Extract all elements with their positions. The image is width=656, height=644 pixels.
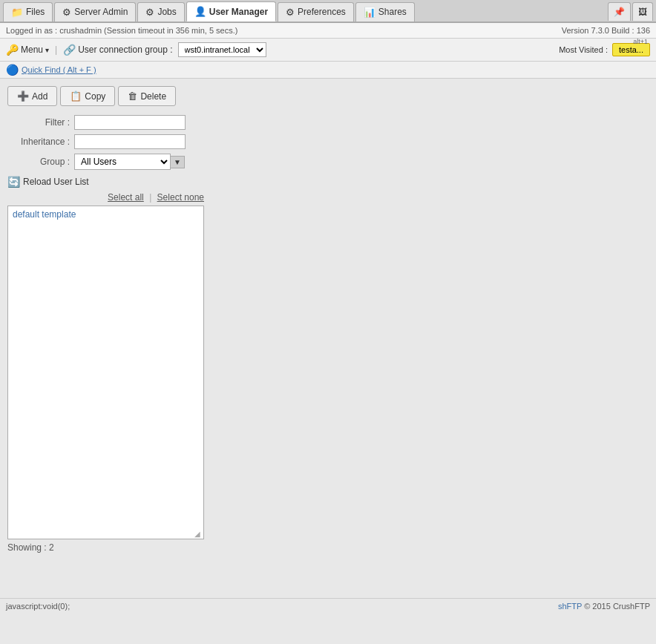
select-links-separator: | — [149, 192, 151, 203]
quick-find-label[interactable]: Quick Find ( Alt + F ) — [22, 65, 96, 74]
tab-image[interactable]: 🖼 — [632, 2, 653, 21]
most-visited-button[interactable]: alt+1 testa... — [612, 43, 650, 56]
quick-find-icon: 🔵 — [6, 64, 19, 76]
footer: javascript:void(0); shFTP © 2015 CrushFT… — [0, 598, 656, 614]
group-select-arrow-icon[interactable]: ▼ — [171, 156, 185, 168]
copy-icon: 📋 — [70, 91, 82, 102]
delete-button[interactable]: 🗑 Delete — [118, 86, 176, 106]
inheritance-label: Inheritance : — [7, 137, 74, 147]
reload-icon: 🔄 — [7, 176, 20, 188]
filter-row: Filter : — [7, 115, 649, 130]
user-list[interactable]: default template ◢ — [7, 206, 204, 539]
tab-preferences[interactable]: ⚙ Preferences — [278, 2, 354, 22]
copy-button[interactable]: 📋 Copy — [60, 86, 115, 106]
inheritance-input[interactable] — [74, 134, 186, 149]
toolbar: ➕ Add 📋 Copy 🗑 Delete — [7, 86, 649, 106]
resize-handle[interactable]: ◢ — [194, 530, 203, 539]
filter-input[interactable] — [74, 115, 186, 130]
link-icon: 🔗 — [63, 44, 76, 56]
tab-pin[interactable]: 📌 — [608, 2, 631, 21]
shftp-link[interactable]: shFTP — [558, 602, 582, 611]
showing-count: Showing : 2 — [7, 542, 649, 553]
shares-icon: 📊 — [364, 7, 375, 18]
filter-label: Filter : — [7, 117, 74, 128]
tab-files[interactable]: 📁 Files — [3, 2, 53, 22]
list-item[interactable]: default template — [8, 206, 203, 223]
connection-group-item: 🔗 User connection group : wst0.intranet.… — [63, 42, 266, 57]
extra-tabs: 📌 🖼 — [608, 2, 653, 21]
status-right: Version 7.3.0 Build : 136 — [562, 26, 650, 35]
preferences-icon: ⚙ — [286, 7, 295, 18]
reload-label: Reload User List — [23, 177, 89, 187]
group-label: Group : — [7, 157, 74, 167]
connection-group-select[interactable]: wst0.intranet.local — [178, 42, 266, 57]
select-none-link[interactable]: Select none — [157, 192, 204, 203]
tab-jobs[interactable]: ⚙ Jobs — [137, 2, 184, 22]
add-icon: ➕ — [17, 91, 29, 102]
tab-server-admin[interactable]: ⚙ Server Admin — [54, 2, 136, 22]
status-left: Logged in as : crushadmin (Session timeo… — [6, 26, 237, 35]
most-visited: Most Visited : alt+1 testa... — [559, 43, 650, 56]
select-links: Select all | Select none — [7, 192, 204, 203]
menu-separator: | — [55, 45, 57, 55]
select-all-link[interactable]: Select all — [108, 192, 144, 203]
inheritance-row: Inheritance : — [7, 134, 649, 149]
status-bar: Logged in as : crushadmin (Session timeo… — [0, 23, 656, 39]
nav-tabs: 📁 Files ⚙ Server Admin ⚙ Jobs 👤 User Man… — [0, 0, 656, 23]
menu-dropdown[interactable]: 🔑 Menu ▾ — [6, 44, 49, 56]
menu-bar: 🔑 Menu ▾ | 🔗 User connection group : wst… — [0, 39, 656, 62]
reload-row[interactable]: 🔄 Reload User List — [7, 176, 649, 188]
footer-right: shFTP © 2015 CrushFTP — [558, 602, 650, 611]
user-manager-icon: 👤 — [194, 6, 206, 17]
server-admin-icon: ⚙ — [62, 7, 71, 18]
menu-chevron-icon: ▾ — [45, 46, 49, 54]
files-icon: 📁 — [11, 7, 23, 18]
tab-user-manager[interactable]: 👤 User Manager — [186, 1, 276, 22]
quick-find-bar: 🔵 Quick Find ( Alt + F ) — [0, 62, 656, 79]
group-row: Group : All Users ▼ — [7, 154, 649, 170]
group-select[interactable]: All Users — [74, 154, 171, 170]
delete-icon: 🗑 — [128, 91, 137, 102]
group-select-wrap: All Users ▼ — [74, 154, 185, 170]
form-area: Filter : Inheritance : Group : All Users… — [7, 115, 649, 170]
footer-void: javascript:void(0); — [6, 602, 70, 611]
tab-shares[interactable]: 📊 Shares — [355, 2, 415, 22]
jobs-icon: ⚙ — [145, 7, 154, 18]
key-icon: 🔑 — [6, 44, 19, 56]
connection-group-select-wrap: wst0.intranet.local — [178, 42, 266, 57]
footer-copyright: © 2015 CrushFTP — [584, 602, 650, 611]
add-button[interactable]: ➕ Add — [7, 86, 57, 106]
main-content: ➕ Add 📋 Copy 🗑 Delete Filter : Inheritan… — [0, 79, 656, 598]
